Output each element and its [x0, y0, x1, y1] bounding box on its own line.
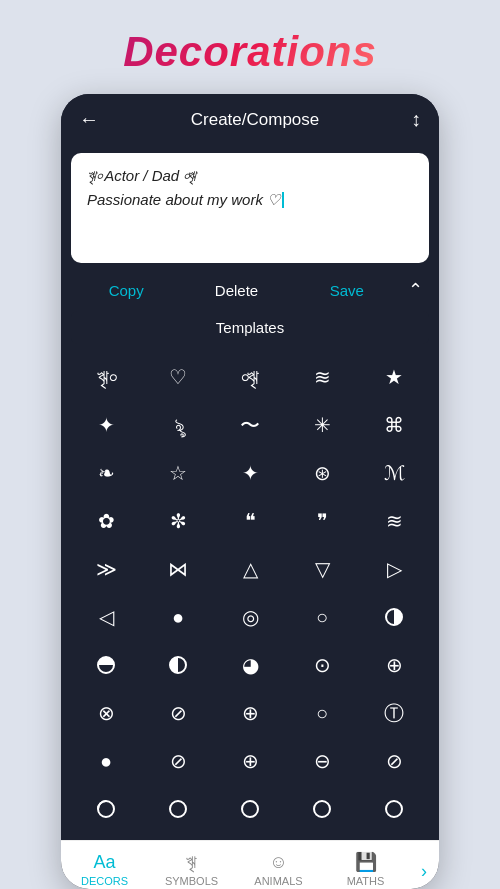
editor-line2: Passionate about my work ♡ — [87, 191, 413, 209]
symbol-item[interactable]: ● — [71, 738, 141, 784]
symbol-item[interactable]: ⊛ — [287, 450, 357, 496]
symbol-item[interactable] — [287, 786, 357, 832]
tab-decors[interactable]: Aa DECORS — [61, 848, 148, 890]
symbol-item[interactable]: ⊗ — [71, 690, 141, 736]
symbol-item[interactable]: ≫ — [71, 546, 141, 592]
sort-icon[interactable]: ↕ — [411, 108, 421, 131]
text-cursor — [282, 192, 284, 208]
symbol-item[interactable]: ❝ — [215, 498, 285, 544]
symbol-item[interactable]: ⊘ — [143, 738, 213, 784]
symbol-item[interactable]: ☆ — [143, 450, 213, 496]
collapse-button[interactable]: ⌃ — [402, 275, 429, 305]
symbol-item[interactable] — [143, 642, 213, 688]
symbol-item[interactable]: ⊘ — [143, 690, 213, 736]
tab-animals-label: ANIMALS — [254, 875, 302, 887]
svg-point-5 — [242, 801, 258, 817]
symbol-item[interactable]: ≋ — [287, 354, 357, 400]
app-header: ← Create/Compose ↕ — [61, 94, 439, 145]
svg-point-4 — [170, 801, 186, 817]
symbol-item[interactable] — [359, 594, 429, 640]
svg-point-6 — [314, 801, 330, 817]
symbol-item[interactable]: ★ — [359, 354, 429, 400]
symbol-item[interactable]: ✼ — [143, 498, 213, 544]
text-editor[interactable]: ৠ৹ Actor / Dad ৹ৠ Passionate about my wo… — [71, 153, 429, 263]
symbol-item[interactable]: ◎ — [215, 594, 285, 640]
symbol-item[interactable]: ৡ — [143, 402, 213, 448]
symbol-item[interactable]: ○ — [287, 594, 357, 640]
symbol-item[interactable]: ✳ — [287, 402, 357, 448]
delete-button[interactable]: Delete — [181, 276, 291, 305]
symbol-item[interactable]: ✦ — [71, 402, 141, 448]
tab-symbols[interactable]: ৠ SYMBOLS — [148, 848, 235, 890]
tab-maths-label: MATHS — [347, 875, 385, 887]
symbol-item[interactable]: ≋ — [359, 498, 429, 544]
symbol-item[interactable]: ⊘ — [359, 738, 429, 784]
symbol-item[interactable]: ℳ — [359, 450, 429, 496]
symbol-item[interactable]: ✦ — [215, 450, 285, 496]
symbol-item[interactable] — [143, 786, 213, 832]
bottom-tabs: Aa DECORS ৠ SYMBOLS ☺ ANIMALS 💾 MATHS › — [61, 840, 439, 889]
back-button[interactable]: ← — [79, 108, 99, 131]
symbol-item[interactable]: ♡ — [143, 354, 213, 400]
symbol-item[interactable]: △ — [215, 546, 285, 592]
symbol-item[interactable]: ◁ — [71, 594, 141, 640]
symbol-item[interactable]: ❞ — [287, 498, 357, 544]
phone-frame: ← Create/Compose ↕ ৠ৹ Actor / Dad ৹ৠ Pas… — [61, 94, 439, 889]
symbol-item[interactable]: ◕ — [215, 642, 285, 688]
symbol-item[interactable] — [215, 786, 285, 832]
animals-icon: ☺ — [269, 852, 287, 873]
editor-line1: ৠ৹ Actor / Dad ৹ৠ — [87, 167, 413, 185]
symbol-item[interactable]: ▷ — [359, 546, 429, 592]
symbol-item[interactable]: ✿ — [71, 498, 141, 544]
symbol-item[interactable]: ৠ৹ — [71, 354, 141, 400]
nav-right-arrow[interactable]: › — [409, 861, 439, 882]
symbols-grid: ৠ৹ ♡ ৹ৠ ≋ ★ ✦ ৡ 〜 ✳ ⌘ ❧ ☆ ✦ ⊛ ℳ ✿ ✼ ❝ ❞ … — [61, 350, 439, 840]
symbol-item[interactable]: ⊕ — [215, 690, 285, 736]
symbol-item[interactable]: ৹ৠ — [215, 354, 285, 400]
copy-button[interactable]: Copy — [71, 276, 181, 305]
tab-decors-label: DECORS — [81, 875, 128, 887]
templates-bar[interactable]: Templates — [71, 311, 429, 344]
symbol-item[interactable]: ⊕ — [359, 642, 429, 688]
symbol-item[interactable]: ● — [143, 594, 213, 640]
symbol-item[interactable]: 〜 — [215, 402, 285, 448]
svg-point-7 — [386, 801, 402, 817]
tab-maths[interactable]: 💾 MATHS — [322, 847, 409, 889]
header-title: Create/Compose — [191, 110, 320, 130]
symbol-item[interactable] — [359, 786, 429, 832]
action-bar: Copy Delete Save ⌃ — [61, 271, 439, 311]
symbol-item[interactable]: ⊖ — [287, 738, 357, 784]
decors-icon: Aa — [93, 852, 115, 873]
save-button[interactable]: Save — [292, 276, 402, 305]
symbol-item[interactable]: ⋈ — [143, 546, 213, 592]
symbol-item[interactable]: ⌘ — [359, 402, 429, 448]
symbol-item[interactable]: ○ — [287, 690, 357, 736]
page-title: Decorations — [123, 28, 377, 76]
symbol-item[interactable]: ⊕ — [215, 738, 285, 784]
tab-symbols-label: SYMBOLS — [165, 875, 218, 887]
symbol-item[interactable]: ▽ — [287, 546, 357, 592]
tab-animals[interactable]: ☺ ANIMALS — [235, 848, 322, 890]
maths-icon: 💾 — [355, 851, 377, 873]
symbol-item[interactable]: ⊙ — [287, 642, 357, 688]
symbols-icon: ৠ — [186, 852, 197, 873]
symbol-item[interactable] — [71, 642, 141, 688]
symbol-item[interactable]: Ⓣ — [359, 690, 429, 736]
symbol-item[interactable]: ❧ — [71, 450, 141, 496]
symbol-item[interactable] — [71, 786, 141, 832]
